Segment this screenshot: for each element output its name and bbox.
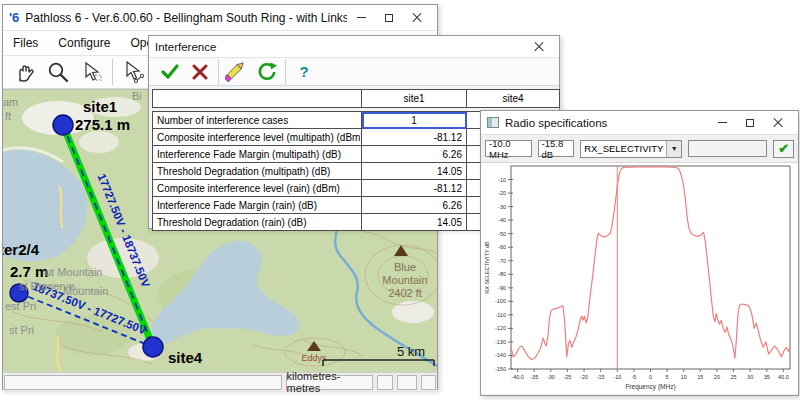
row-label[interactable]: Composite interference level (rain) (dBm… [153,180,362,197]
erase-pencil-icon[interactable] [222,60,252,84]
curve-select-dropdown[interactable]: RX_SELECTIVITY ▼ [580,140,682,158]
y-axis-title: RX SELECTIVITY dB [484,241,490,294]
radio-titlebar[interactable]: Radio specifications [481,111,798,135]
minimize-button[interactable] [347,8,375,28]
row-label[interactable]: Composite interference level (multipath)… [153,129,362,146]
x-tick-label: 25 [730,374,736,380]
row-label[interactable]: Interference Fade Margin (rain) (dB) [153,197,362,214]
column-header-site4[interactable]: site4 [467,90,560,108]
x-tick-label: -10 [613,374,621,380]
curve-select-value: RX_SELECTIVITY [581,143,666,154]
column-header-blank [153,90,362,108]
blue-mountain-label-3: 2402 ft [388,287,422,299]
radio-close-button[interactable] [764,113,792,133]
x-tick-label: 35 [764,374,770,380]
radio-ok-button[interactable]: ✔ [773,140,794,158]
y-tick-label: -150 [495,366,506,372]
site1-value-cell[interactable]: -81.12 [362,129,467,146]
y-tick-label: -40 [498,217,506,223]
scale-label: 5 km [397,344,425,359]
readonly-field [688,140,767,157]
row-label[interactable]: Threshold Degradation (rain) (dB) [153,214,362,231]
site1-marker[interactable] [53,115,73,135]
x-tick-label: 40.0 [778,374,789,380]
y-tick-label: -70 [498,258,506,264]
chevron-down-icon[interactable]: ▼ [666,141,681,157]
link-select-cursor-icon[interactable] [116,58,150,87]
menu-files[interactable]: Files [3,32,48,54]
site1-elevation-label: 275.1 m [75,116,130,133]
toolbar-separator [218,59,219,85]
site1-value-cell[interactable]: 14.05 [362,163,467,180]
status-cell-units: kilometres-metres [286,375,373,390]
zoom-magnifier-icon[interactable] [41,58,75,87]
menu-configure[interactable]: Configure [48,32,120,54]
ok-check-glyph: ✔ [778,141,789,156]
radio-toolbar: -10.0 MHz -15.8 dB RX_SELECTIVITY ▼ ✔ [481,135,798,163]
site1-value-cell[interactable]: -81.12 [362,180,467,197]
interference-toolbar: ? [149,58,559,86]
interference-close-button[interactable] [525,37,553,57]
map-terrain-label: Bi [132,90,142,102]
site1-value-cell[interactable]: 6.26 [362,146,467,163]
y-tick-label: -20 [498,190,506,196]
main-statusbar: kilometres-metres [3,372,437,391]
map-terrain-label: ut Mountain [45,266,102,278]
site4-marker[interactable] [143,337,163,357]
blue-mountain-label-1: Blue [394,261,416,273]
status-cell-5 [421,375,436,390]
y-tick-label: -130 [495,339,506,345]
y-tick-label: -140 [495,352,506,358]
select-area-cursor-icon[interactable] [75,58,109,87]
y-tick-label: -90 [498,285,506,291]
y-tick-label: -110 [495,312,506,318]
interference-table-header: site1 site4 [152,89,560,108]
x-tick-label: 5 [666,374,669,380]
map-terrain-label: st Pri [9,324,34,336]
blue-mountain-label-2: Mountain [382,274,427,286]
x-tick-label: -25 [563,374,571,380]
radio-specifications-window: Radio specifications -10.0 MHz -15.8 dB … [480,110,799,396]
radio-maximize-button[interactable] [736,113,764,133]
x-tick-label: 20 [714,374,720,380]
maximize-button[interactable] [375,8,403,28]
site1-value-cell[interactable]: 6.26 [362,197,467,214]
site1-value-cell[interactable]: 14.05 [362,214,467,231]
row-label[interactable]: Threshold Degradation (multipath) (dB) [153,163,362,180]
y-tick-label: -100 [495,298,506,304]
repeater-label-cut: ter2/4 [3,241,40,258]
x-tick-label: -35 [530,374,538,380]
map-terrain-label: am [3,96,18,108]
map-terrain-label: Mountain [63,285,108,297]
main-window-title: Pathloss 6 - Ver.6.00.60 - Bellingham So… [25,11,347,25]
x-tick-label: -5 [631,374,636,380]
x-tick-label: -15 [597,374,605,380]
y-tick-label: -30 [498,204,506,210]
recalculate-icon[interactable] [252,60,282,84]
help-glyph: ? [299,63,308,80]
cancel-x-icon[interactable] [185,60,215,84]
help-icon[interactable]: ? [289,60,319,84]
close-button[interactable] [403,8,431,28]
radio-window-icon [487,117,499,128]
y-tick-label: -80 [498,271,506,277]
site1-value-cell-focused[interactable]: 1 [362,112,467,129]
row-label[interactable]: Number of interference cases [153,112,362,129]
column-header-site1[interactable]: site1 [362,90,467,108]
radio-minimize-button[interactable] [708,113,736,133]
interference-titlebar[interactable]: Interference [149,36,559,58]
attenuation-field[interactable]: -15.8 dB [538,140,575,157]
interference-title: Interference [155,41,525,53]
pan-hand-icon[interactable] [7,58,41,87]
x-tick-label: -40.0 [511,374,524,380]
site4-label: site4 [168,349,203,366]
confirm-check-icon[interactable] [155,60,185,84]
main-titlebar[interactable]: '6 Pathloss 6 - Ver.6.00.60 - Bellingham… [3,5,437,31]
rx-selectivity-chart: -10-20-30-40-50-60-70-80-90-100-110-120-… [481,163,798,394]
site1-label: site1 [83,98,117,115]
x-axis-title: Frequency (MHz) [625,383,675,391]
row-label[interactable]: Interference Fade Margin (multipath) (dB… [153,146,362,163]
map-terrain-label: est Pri [5,300,36,312]
y-tick-label: -50 [498,231,506,237]
frequency-offset-field[interactable]: -10.0 MHz [485,140,532,157]
